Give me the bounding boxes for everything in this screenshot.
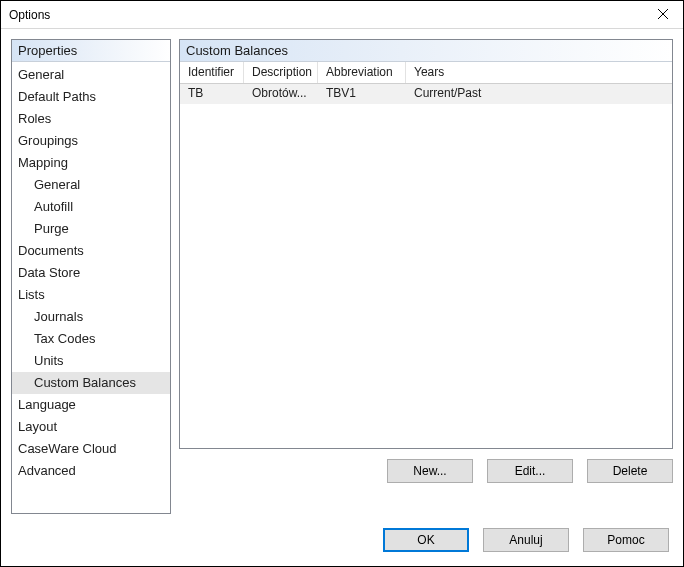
main-panel: Custom Balances Identifier Description A… <box>179 39 673 449</box>
action-row: New... Edit... Delete <box>179 449 673 483</box>
sidebar-item-advanced[interactable]: Advanced <box>12 460 170 482</box>
cell-identifier: TB <box>180 84 244 104</box>
sidebar-item-groupings[interactable]: Groupings <box>12 130 170 152</box>
edit-button[interactable]: Edit... <box>487 459 573 483</box>
sidebar-item-units[interactable]: Units <box>12 350 170 372</box>
cell-abbreviation: TBV1 <box>318 84 406 104</box>
sidebar-item-language[interactable]: Language <box>12 394 170 416</box>
sidebar-item-purge[interactable]: Purge <box>12 218 170 240</box>
window-title: Options <box>9 8 50 22</box>
cell-years: Current/Past <box>406 84 672 104</box>
sidebar-item-documents[interactable]: Documents <box>12 240 170 262</box>
col-identifier[interactable]: Identifier <box>180 62 244 83</box>
close-button[interactable] <box>643 1 683 29</box>
close-icon <box>658 8 668 22</box>
sidebar-item-autofill[interactable]: Autofill <box>12 196 170 218</box>
sidebar-item-data-store[interactable]: Data Store <box>12 262 170 284</box>
main-area: Custom Balances Identifier Description A… <box>179 39 673 514</box>
col-abbreviation[interactable]: Abbreviation <box>318 62 406 83</box>
sidebar-item-mapping-general[interactable]: General <box>12 174 170 196</box>
new-button[interactable]: New... <box>387 459 473 483</box>
sidebar-item-default-paths[interactable]: Default Paths <box>12 86 170 108</box>
grid-header: Identifier Description Abbreviation Year… <box>180 62 672 84</box>
col-years[interactable]: Years <box>406 62 672 83</box>
delete-button[interactable]: Delete <box>587 459 673 483</box>
cell-description: Obrotów... <box>244 84 318 104</box>
sidebar-header: Properties <box>12 40 170 62</box>
sidebar-item-roles[interactable]: Roles <box>12 108 170 130</box>
dialog-body: Properties General Default Paths Roles G… <box>1 29 683 514</box>
sidebar-tree: General Default Paths Roles Groupings Ma… <box>12 62 170 513</box>
titlebar: Options <box>1 1 683 29</box>
sidebar: Properties General Default Paths Roles G… <box>11 39 171 514</box>
sidebar-item-mapping[interactable]: Mapping <box>12 152 170 174</box>
sidebar-item-caseware-cloud[interactable]: CaseWare Cloud <box>12 438 170 460</box>
footer: OK Anuluj Pomoc <box>1 514 683 566</box>
ok-button[interactable]: OK <box>383 528 469 552</box>
sidebar-item-lists[interactable]: Lists <box>12 284 170 306</box>
main-header: Custom Balances <box>180 40 672 62</box>
col-description[interactable]: Description <box>244 62 318 83</box>
cancel-button[interactable]: Anuluj <box>483 528 569 552</box>
sidebar-item-layout[interactable]: Layout <box>12 416 170 438</box>
sidebar-item-tax-codes[interactable]: Tax Codes <box>12 328 170 350</box>
help-button[interactable]: Pomoc <box>583 528 669 552</box>
sidebar-item-journals[interactable]: Journals <box>12 306 170 328</box>
table-row[interactable]: TB Obrotów... TBV1 Current/Past <box>180 84 672 104</box>
grid: Identifier Description Abbreviation Year… <box>180 62 672 448</box>
sidebar-item-custom-balances[interactable]: Custom Balances <box>12 372 170 394</box>
options-dialog: Options Properties General Default Paths… <box>0 0 684 567</box>
sidebar-item-general[interactable]: General <box>12 64 170 86</box>
